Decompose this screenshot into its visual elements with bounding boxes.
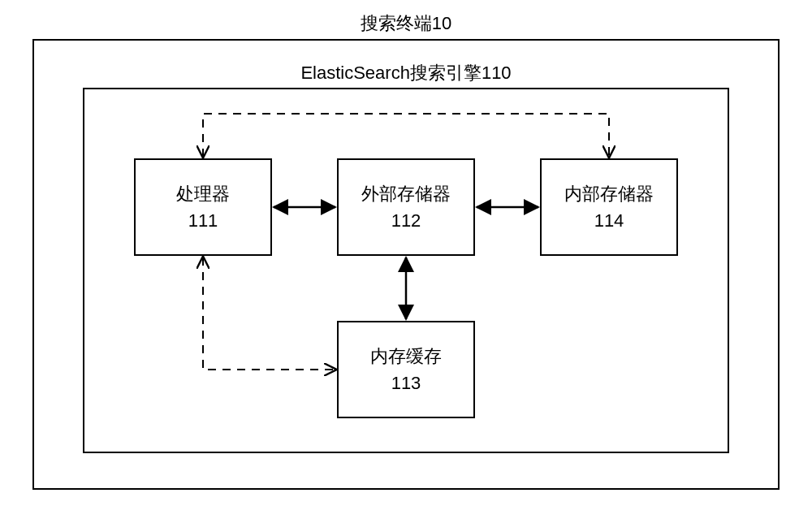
component-label: 内部存储器 (564, 180, 654, 207)
component-external-storage: 外部存储器 112 (337, 158, 475, 256)
component-label: 处理器 (176, 180, 230, 207)
component-internal-storage: 内部存储器 114 (540, 158, 678, 256)
component-num: 112 (391, 207, 421, 234)
component-num: 114 (594, 207, 624, 234)
outer-title: 搜索终端10 (0, 11, 812, 36)
component-num: 113 (391, 370, 421, 396)
component-label: 外部存储器 (361, 180, 451, 207)
component-processor: 处理器 111 (134, 158, 272, 256)
component-num: 111 (188, 207, 218, 234)
component-label: 内存缓存 (370, 343, 442, 370)
component-memory-cache: 内存缓存 113 (337, 321, 475, 418)
inner-title: ElasticSearch搜索引擎110 (0, 61, 812, 85)
